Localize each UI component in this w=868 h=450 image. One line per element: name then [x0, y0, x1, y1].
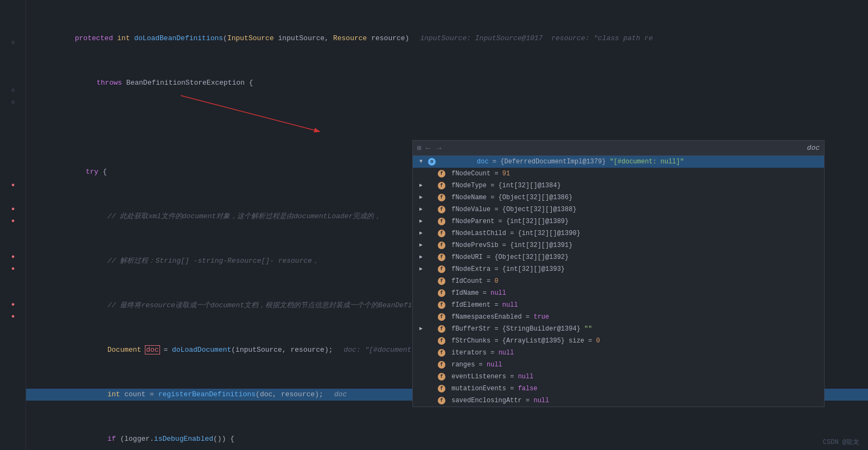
gutter-line-27[interactable] — [0, 310, 26, 322]
gutter-line-22[interactable] — [0, 251, 26, 263]
field-icon: f — [438, 361, 445, 369]
line-gutter — [0, 0, 26, 450]
table-icon[interactable]: ⊞ — [417, 144, 422, 153]
gutter-line-18[interactable] — [0, 203, 26, 215]
debug-tree-item-fNodeExtra[interactable]: ▶ f fNodeExtra = {int[32][]@1393} — [413, 263, 824, 275]
debug-tree-item-eventListeners[interactable]: ▶ f eventListeners = null — [413, 371, 824, 383]
debug-popup-header: ⊞ ← → doc — [413, 141, 824, 156]
gutter-line-25 — [0, 287, 26, 299]
doc-variable-box: doc — [145, 346, 159, 354]
field-icon: f — [438, 170, 445, 178]
gutter-line-12 — [0, 131, 26, 143]
field-icon: f — [438, 325, 445, 333]
gutter-line-4 — [0, 36, 26, 48]
field-icon: f — [438, 242, 445, 249]
gutter-line-10 — [0, 107, 26, 119]
gutter-line-7 — [0, 72, 26, 84]
gutter-line-26[interactable] — [0, 299, 26, 310]
field-icon: f — [438, 206, 445, 213]
debug-tree-item-mutationEvents[interactable]: ▶ f mutationEvents = false — [413, 383, 824, 395]
field-icon: f — [438, 194, 445, 201]
tree-expand-arrow-fBufferStr[interactable]: ▶ — [419, 323, 426, 335]
debug-tree-item-ranges[interactable]: ▶ f ranges = null — [413, 359, 824, 371]
gutter-line-15 — [0, 167, 26, 179]
tree-expand-arrow-fNodeType[interactable]: ▶ — [419, 180, 426, 192]
tree-expand-arrow-fNodeURI[interactable]: ▶ — [419, 251, 426, 263]
field-icon: f — [438, 397, 445, 404]
field-icon: f — [438, 349, 445, 357]
debug-tree-item-fNodeParent[interactable]: ▶ f fNodeParent = {int[32][]@1389} — [413, 216, 824, 227]
field-icon: f — [438, 313, 445, 321]
gutter-line-23[interactable] — [0, 263, 26, 275]
code-line-1: protected int doLoadBeanDefinitions(Inpu… — [26, 33, 868, 45]
debug-tree-item-fNamespacesEnabled[interactable]: ▶ f fNamespacesEnabled = true — [413, 311, 824, 323]
debug-tree-item-fIdElement[interactable]: ▶ f fIdElement = null — [413, 299, 824, 311]
field-icon: f — [438, 265, 445, 273]
gutter-line-3 — [0, 24, 26, 36]
debug-tree-item-fBufferStr[interactable]: ▶ f fBufferStr = {StringBuilder@1394} "" — [413, 323, 824, 335]
gutter-line-5 — [0, 48, 26, 60]
gutter-line-11 — [0, 119, 26, 131]
gutter-line-14 — [0, 155, 26, 167]
gutter-line-24 — [0, 275, 26, 287]
gutter-line-6 — [0, 60, 26, 72]
code-line-3 — [26, 122, 868, 134]
gutter-line-20 — [0, 227, 26, 239]
field-icon: f — [438, 289, 445, 297]
debug-tree-root[interactable]: ▼ o doc = {DeferredDocumentImpl@1379} "[… — [413, 156, 824, 168]
debug-popup-title: doc — [807, 144, 820, 152]
gutter-line-19[interactable] — [0, 215, 26, 227]
gutter-line-17 — [0, 191, 26, 203]
gutter-line-21 — [0, 239, 26, 251]
tree-expand-arrow-fNodeLastChild[interactable]: ▶ — [419, 227, 426, 239]
field-icon: f — [438, 301, 445, 309]
gutter-line-2 — [0, 12, 26, 24]
tree-expand-arrow-fNodeParent[interactable]: ▶ — [419, 216, 426, 227]
nav-forward-button[interactable]: → — [435, 144, 443, 153]
debug-tree-item-fNodeURI[interactable]: ▶ f fNodeURI = {Object[32][]@1392} — [413, 251, 824, 263]
gutter-line-8 — [0, 84, 26, 96]
gutter-line-16[interactable] — [0, 179, 26, 191]
debug-tree-item-fStrChunks[interactable]: ▶ f fStrChunks = {ArrayList@1395} size =… — [413, 335, 824, 347]
debug-tree-item-fNodeType[interactable]: ▶ f fNodeType = {int[32][]@1384} — [413, 180, 824, 192]
field-icon: f — [438, 230, 445, 237]
gutter-line-9 — [0, 96, 26, 107]
debug-tree-item-savedEnclosingAttr[interactable]: ▶ f savedEnclosingAttr = null — [413, 395, 824, 407]
field-icon: f — [438, 277, 445, 285]
tree-expand-arrow-fNodeName[interactable]: ▶ — [419, 192, 426, 204]
gutter-line-30 — [0, 346, 26, 358]
gutter-line-13 — [0, 143, 26, 155]
debug-popup-body[interactable]: ▼ o doc = {DeferredDocumentImpl@1379} "[… — [413, 156, 824, 407]
debug-tree-item-fNodePrevSib[interactable]: ▶ f fNodePrevSib = {int[32][]@1391} — [413, 239, 824, 251]
editor-container: protected int doLoadBeanDefinitions(Inpu… — [0, 0, 868, 450]
code-line-10: if (logger.isDebugEnabled()) { — [26, 433, 868, 445]
debug-tree-item-fNodeValue[interactable]: ▶ f fNodeValue = {Object[32][]@1388} — [413, 204, 824, 216]
tree-expand-arrow-fNodePrevSib[interactable]: ▶ — [419, 239, 426, 251]
debug-popup-panel: ⊞ ← → doc ▼ o doc = {DeferredDocumentImp… — [412, 140, 825, 407]
gutter-line-29 — [0, 334, 26, 346]
field-icon: f — [438, 337, 445, 345]
tree-expand-arrow-fNodeExtra[interactable]: ▶ — [419, 263, 426, 275]
debug-tree-item-fIdName[interactable]: ▶ f fIdName = null — [413, 287, 824, 299]
gutter-line-1 — [0, 0, 26, 12]
watermark: CSDN @龍龙 — [823, 438, 859, 447]
tree-expand-arrow-fNodeValue[interactable]: ▶ — [419, 204, 426, 216]
debug-tree-item-fIdCount[interactable]: ▶ f fIdCount = 0 — [413, 275, 824, 287]
field-icon: f — [438, 218, 445, 225]
gutter-line-28 — [0, 322, 26, 334]
debug-tree-item-fNodeLastChild[interactable]: ▶ f fNodeLastChild = {int[32][]@1390} — [413, 227, 824, 239]
field-icon: f — [438, 182, 445, 189]
tree-icon-obj: o — [428, 158, 436, 166]
debug-tree-item-iterators[interactable]: ▶ f iterators = null — [413, 347, 824, 359]
field-icon: f — [438, 253, 445, 261]
nav-back-button[interactable]: ← — [424, 144, 432, 153]
field-icon: f — [438, 385, 445, 392]
debug-tree-item-fNodeName[interactable]: ▶ f fNodeName = {Object[32][]@1386} — [413, 192, 824, 204]
field-icon: f — [438, 373, 445, 381]
code-line-2: throws BeanDefinitionStoreException { — [26, 77, 868, 89]
debug-popup-nav: ⊞ ← → — [417, 144, 444, 153]
tree-expand-arrow[interactable]: ▼ — [419, 156, 426, 168]
